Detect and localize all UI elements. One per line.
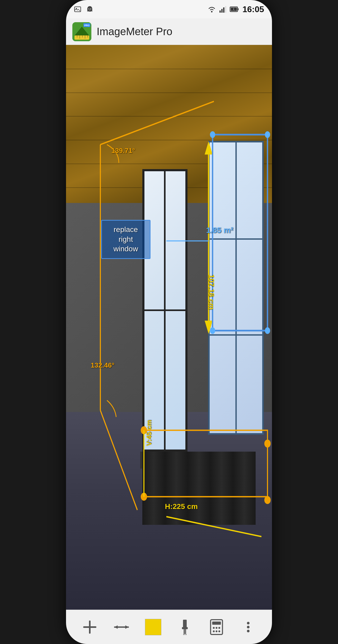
svg-rect-47 bbox=[184, 629, 186, 634]
phone-device: 16:05 bbox=[66, 0, 272, 644]
add-button[interactable] bbox=[78, 615, 102, 639]
svg-text:PRO: PRO bbox=[84, 24, 90, 27]
radiator-h-label: H:225 cm bbox=[165, 502, 198, 511]
svg-point-55 bbox=[218, 627, 220, 629]
paint-icon bbox=[177, 619, 193, 635]
svg-marker-44 bbox=[125, 625, 128, 629]
radiator-v-label: V:45 cm bbox=[145, 420, 153, 446]
status-right-icons: 16:05 bbox=[208, 4, 264, 14]
note-text: replace right window bbox=[107, 225, 144, 254]
svg-rect-46 bbox=[182, 627, 188, 629]
svg-point-53 bbox=[213, 627, 215, 629]
svg-rect-8 bbox=[225, 6, 226, 13]
svg-rect-6 bbox=[221, 9, 223, 13]
app-title: ImageMeter Pro bbox=[97, 26, 172, 38]
svg-point-2 bbox=[88, 8, 90, 10]
svg-point-60 bbox=[247, 626, 250, 628]
app-bar: PRO ImageMeter Pro bbox=[66, 18, 272, 45]
paint-button[interactable] bbox=[173, 615, 197, 639]
color-swatch-button[interactable] bbox=[141, 615, 165, 639]
svg-rect-10 bbox=[238, 8, 239, 10]
color-swatch bbox=[145, 619, 161, 635]
svg-point-4 bbox=[211, 11, 212, 12]
signal-icon bbox=[219, 6, 227, 13]
toolbar bbox=[66, 610, 272, 644]
svg-rect-5 bbox=[219, 11, 221, 13]
more-button[interactable] bbox=[236, 615, 260, 639]
svg-point-58 bbox=[218, 630, 220, 632]
status-bar: 16:05 bbox=[66, 0, 272, 18]
angle1-label: 139.71° bbox=[111, 147, 135, 155]
svg-marker-43 bbox=[115, 625, 118, 629]
svg-rect-7 bbox=[223, 7, 224, 13]
calculator-icon bbox=[209, 619, 224, 635]
window-left-frame-v bbox=[164, 171, 166, 450]
arrow-icon bbox=[114, 619, 129, 635]
window-right bbox=[208, 141, 264, 434]
image-area[interactable]: 139.71° 132.46° 107.18 cm 1.85 m² V:45 c… bbox=[66, 45, 272, 610]
svg-point-56 bbox=[213, 630, 215, 632]
note-box[interactable]: replace right window bbox=[101, 220, 151, 259]
svg-point-59 bbox=[247, 622, 250, 624]
svg-rect-45 bbox=[183, 620, 187, 628]
radiator bbox=[142, 452, 256, 525]
svg-point-3 bbox=[90, 8, 91, 10]
notification-icon-1 bbox=[74, 6, 81, 13]
window-right-frame-v bbox=[235, 142, 237, 433]
angle2-label: 132.46° bbox=[91, 361, 115, 369]
calculator-button[interactable] bbox=[205, 615, 228, 639]
app-logo: PRO bbox=[72, 22, 91, 41]
area-label: 1.85 m² bbox=[206, 226, 233, 235]
more-icon bbox=[240, 619, 256, 635]
svg-point-54 bbox=[216, 627, 218, 629]
svg-point-57 bbox=[216, 630, 218, 632]
arrow-button[interactable] bbox=[110, 615, 133, 639]
wifi-icon bbox=[208, 6, 216, 13]
status-left-icons bbox=[74, 6, 93, 13]
svg-rect-11 bbox=[231, 8, 237, 11]
svg-point-61 bbox=[247, 630, 250, 632]
svg-rect-13 bbox=[74, 35, 89, 40]
phone-screen: 16:05 bbox=[66, 0, 272, 644]
svg-rect-52 bbox=[212, 622, 221, 625]
add-icon bbox=[82, 619, 98, 635]
window-left bbox=[142, 169, 188, 452]
status-time: 16:05 bbox=[242, 4, 264, 14]
height-label: 107.18 cm bbox=[207, 274, 216, 310]
notification-icon-2 bbox=[86, 6, 93, 13]
battery-icon bbox=[230, 6, 239, 13]
